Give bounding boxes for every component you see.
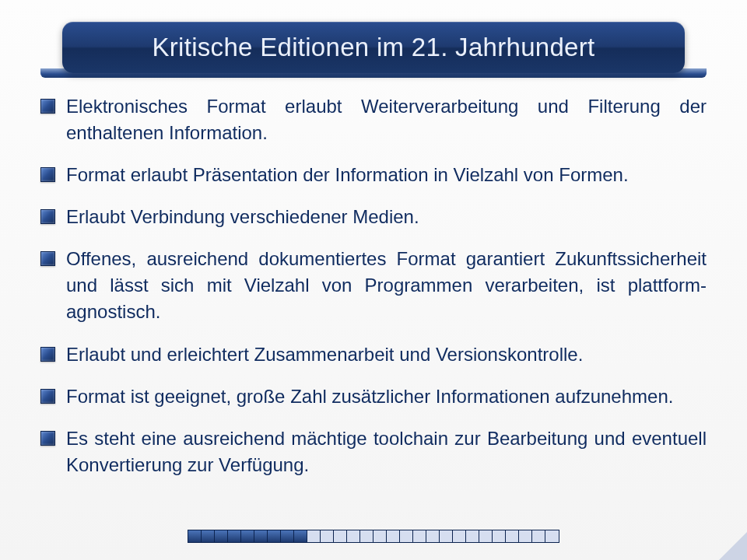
progress-cell (254, 530, 268, 542)
list-item: Elektronisches Format erlaubt Weitervera… (40, 93, 707, 146)
list-item: Erlaubt und erleichtert Zusammenarbeit u… (40, 341, 707, 368)
bullet-text: Erlaubt Verbindung verschiedener Medien. (66, 204, 707, 230)
progress-cell (307, 530, 321, 542)
bullet-text: Es steht eine ausreichend mächtige toolc… (66, 425, 707, 478)
progress-cell (493, 530, 506, 542)
list-item: Format ist geeignet, große Zahl zusätzli… (40, 383, 707, 410)
corner-fold-icon (719, 532, 747, 560)
progress-cell (241, 530, 254, 542)
bullet-icon (40, 389, 55, 404)
slide-content: Elektronisches Format erlaubt Weitervera… (40, 93, 707, 494)
list-item: Es steht eine ausreichend mächtige toolc… (40, 425, 707, 478)
progress-cell (334, 530, 347, 542)
progress-cell (506, 530, 519, 542)
progress-cell (202, 530, 215, 542)
progress-cell (215, 530, 228, 542)
bullet-text: Format erlaubt Präsentation der Informat… (66, 162, 707, 188)
progress-cell (294, 530, 307, 542)
list-item: Offenes, ausreichend dokumentiertes Form… (40, 246, 707, 325)
list-item: Erlaubt Verbindung verschiedener Medien. (40, 204, 707, 230)
bullet-text: Offenes, ausreichend dokumentiertes Form… (66, 246, 707, 325)
progress-cell (268, 530, 281, 542)
bullet-icon (40, 251, 55, 266)
progress-cell (545, 530, 559, 542)
progress-cell (360, 530, 374, 542)
progress-cell (440, 530, 453, 542)
progress-cell (479, 530, 493, 542)
bullet-icon (40, 209, 55, 224)
progress-cell (426, 530, 440, 542)
progress-cell (453, 530, 466, 542)
progress-cell (532, 530, 545, 542)
progress-cell (321, 530, 334, 542)
progress-cell (387, 530, 400, 542)
list-item: Format erlaubt Präsentation der Informat… (40, 162, 707, 188)
progress-cell (347, 530, 360, 542)
progress-cell (400, 530, 413, 542)
bullet-icon (40, 167, 55, 182)
progress-cell (519, 530, 532, 542)
bullet-icon (40, 99, 55, 114)
bullet-text: Erlaubt und erleichtert Zusammenarbeit u… (66, 341, 707, 368)
progress-cell (413, 530, 426, 542)
bullet-text: Format ist geeignet, große Zahl zusätzli… (66, 383, 707, 410)
bullet-icon (40, 347, 55, 362)
slide-title-box: Kritische Editionen im 21. Jahrhundert (62, 22, 685, 73)
bullet-text: Elektronisches Format erlaubt Weitervera… (66, 93, 707, 146)
slide-title: Kritische Editionen im 21. Jahrhundert (152, 33, 594, 62)
progress-bar (188, 530, 559, 543)
progress-cell (281, 530, 294, 542)
progress-cell (466, 530, 479, 542)
bullet-icon (40, 431, 55, 446)
progress-cell (188, 530, 202, 542)
progress-cell (228, 530, 241, 542)
progress-cell (374, 530, 387, 542)
